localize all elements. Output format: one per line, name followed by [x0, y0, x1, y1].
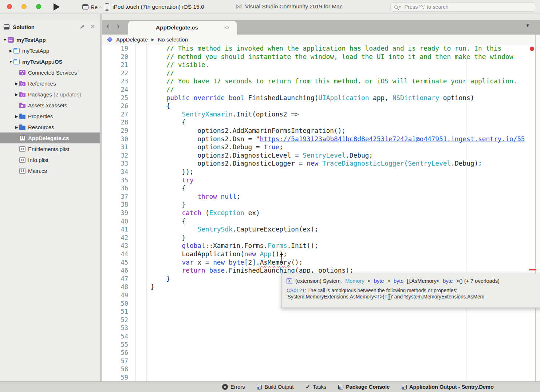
line-number[interactable]: 48	[102, 283, 128, 291]
code-line-53[interactable]: 53	[102, 324, 535, 332]
code-line-52[interactable]: 52	[102, 316, 535, 324]
code-line-58[interactable]: 58	[102, 365, 535, 373]
expander-icon[interactable]: ▶	[14, 82, 19, 86]
code-line-35[interactable]: 35 try	[102, 176, 535, 185]
code-line-24[interactable]: 24 //	[102, 86, 535, 94]
breadcrumb-member[interactable]: No selection	[158, 36, 188, 43]
sidebar-item-mytestapp[interactable]: ▶myTestApp	[0, 45, 100, 56]
sidebar-item-properties[interactable]: ▶Properties	[0, 111, 100, 122]
line-number[interactable]: 23	[102, 77, 128, 86]
line-number[interactable]: 47	[102, 275, 128, 283]
editor-scrollbar[interactable]	[535, 35, 540, 381]
code-line-31[interactable]: 31 options2.Debug = true;	[102, 143, 535, 151]
line-number[interactable]: 54	[102, 332, 128, 341]
line-number[interactable]: 39	[102, 209, 128, 217]
minimize-window-button[interactable]	[21, 4, 27, 9]
line-number[interactable]: 50	[102, 300, 128, 308]
search-input[interactable]: ▾ Press '^,' to search	[390, 2, 535, 12]
line-number[interactable]: 33	[102, 159, 128, 168]
code-line-27[interactable]: 27 SentryXamarin.Init(options2 =>	[102, 110, 535, 119]
dsn-url-link[interactable]: https://5a193123a9b841bc8d8e42531e7242a1…	[260, 135, 525, 143]
breadcrumb-class[interactable]: AppDelegate	[116, 36, 148, 43]
sidebar-item-info-plist[interactable]: Info.plist	[0, 154, 100, 165]
code-line-21[interactable]: 21 // visible.	[102, 61, 535, 69]
line-number[interactable]: 56	[102, 349, 128, 357]
expander-icon[interactable]: ▼	[8, 60, 13, 64]
code-line-19[interactable]: 19 // This method is invoked when the ap…	[102, 44, 535, 53]
line-number[interactable]: 49	[102, 291, 128, 300]
line-number[interactable]: 41	[102, 225, 128, 234]
close-window-button[interactable]	[7, 4, 12, 9]
sidebar-item-packages[interactable]: ▶Packages (2 updates)	[0, 89, 100, 100]
code-line-44[interactable]: 44 LoadApplication(new App());	[102, 250, 535, 258]
line-number[interactable]: 52	[102, 316, 128, 324]
line-number[interactable]: 46	[102, 266, 128, 275]
code-line-33[interactable]: 33 options2.DiagnosticLogger = new Trace…	[102, 159, 535, 168]
sidebar-item-mytestapp-ios[interactable]: ▼myTestApp.iOS	[0, 56, 100, 67]
pad-button-tasks[interactable]: ✓Tasks	[306, 384, 326, 390]
line-number[interactable]: 36	[102, 184, 128, 193]
line-number[interactable]: 53	[102, 324, 128, 332]
code-line-54[interactable]: 54	[102, 332, 535, 341]
code-line-23[interactable]: 23 // You have 17 seconds to return from…	[102, 77, 535, 86]
code-line-22[interactable]: 22 //	[102, 69, 535, 78]
expander-icon[interactable]: ▶	[14, 114, 19, 118]
line-number[interactable]: 43	[102, 242, 128, 250]
expander-icon[interactable]: ▼	[2, 38, 8, 42]
code-line-41[interactable]: 41 SentrySdk.CaptureException(ex);	[102, 225, 535, 234]
code-line-42[interactable]: 42 }	[102, 234, 535, 242]
code-line-37[interactable]: 37 throw null;	[102, 193, 535, 201]
navigate-forward-icon[interactable]: ›	[117, 20, 120, 32]
sidebar-item-references[interactable]: ▶References	[0, 78, 100, 89]
line-number[interactable]: 34	[102, 168, 128, 176]
code-line-20[interactable]: 20 // method you should instantiate the …	[102, 53, 535, 61]
line-number[interactable]: 28	[102, 118, 128, 127]
line-number[interactable]: 21	[102, 61, 128, 69]
code-line-55[interactable]: 55	[102, 341, 535, 349]
pad-button-package-console[interactable]: Package Console	[338, 384, 390, 390]
tab-appdelegate[interactable]: AppDelegate.cs	[128, 21, 237, 35]
line-number[interactable]: 29	[102, 127, 128, 135]
line-number[interactable]: 58	[102, 365, 128, 373]
code-line-51[interactable]: 51	[102, 308, 535, 316]
line-number[interactable]: 45	[102, 258, 128, 267]
line-number[interactable]: 26	[102, 102, 128, 110]
line-number[interactable]: 30	[102, 135, 128, 143]
line-number[interactable]: 22	[102, 69, 128, 78]
line-number[interactable]: 32	[102, 151, 128, 160]
pin-pad-icon[interactable]	[79, 25, 84, 29]
expander-icon[interactable]: ▶	[8, 49, 13, 53]
line-number[interactable]: 19	[102, 44, 128, 53]
sidebar-item-entitlements-plist[interactable]: Entitlements.plist	[0, 143, 100, 154]
pad-button-application-output-sentry-demo[interactable]: Application Output - Sentry.Demo	[402, 384, 494, 390]
sidebar-item-connected-services[interactable]: Connected Services	[0, 67, 100, 78]
line-number[interactable]: 37	[102, 193, 128, 201]
sidebar-item-assets-xcassets[interactable]: Assets.xcassets	[0, 100, 100, 111]
code-line-28[interactable]: 28 {	[102, 118, 535, 127]
line-number[interactable]: 38	[102, 201, 128, 209]
tab-list-dropdown-icon[interactable]: ▼	[525, 23, 530, 28]
code-line-26[interactable]: 26 {	[102, 102, 535, 110]
expander-icon[interactable]: ▶	[14, 125, 19, 129]
code-line-40[interactable]: 40 {	[102, 217, 535, 226]
navigate-back-icon[interactable]: ‹	[106, 20, 110, 32]
line-number[interactable]: 44	[102, 250, 128, 258]
sidebar-item-main-cs[interactable]: Main.cs	[0, 165, 100, 176]
line-number[interactable]: 31	[102, 143, 128, 151]
configuration-selector[interactable]: Re ›	[82, 3, 102, 11]
sidebar-item-appdelegate-cs[interactable]: AppDelegate.cs	[0, 132, 100, 143]
code-line-34[interactable]: 34 });	[102, 168, 535, 176]
code-line-57[interactable]: 57	[102, 357, 535, 365]
sidebar-item-mytestapp[interactable]: ▼myTestApp	[0, 34, 100, 45]
code-line-38[interactable]: 38 }	[102, 201, 535, 209]
line-number[interactable]: 20	[102, 53, 128, 61]
pad-button-build-output[interactable]: Build Output	[257, 384, 293, 390]
code-line-59[interactable]: 59	[102, 373, 535, 381]
line-number[interactable]: 55	[102, 341, 128, 349]
code-line-30[interactable]: 30 options2.Dsn = "https://5a193123a9b84…	[102, 135, 535, 143]
line-number[interactable]: 25	[102, 94, 128, 102]
device-selector[interactable]: iPod touch (7th generation) iOS 15.0	[105, 2, 204, 12]
code-line-25[interactable]: 25 public override bool FinishedLaunchin…	[102, 94, 535, 102]
line-number[interactable]: 27	[102, 110, 128, 119]
code-line-36[interactable]: 36 {	[102, 184, 535, 193]
